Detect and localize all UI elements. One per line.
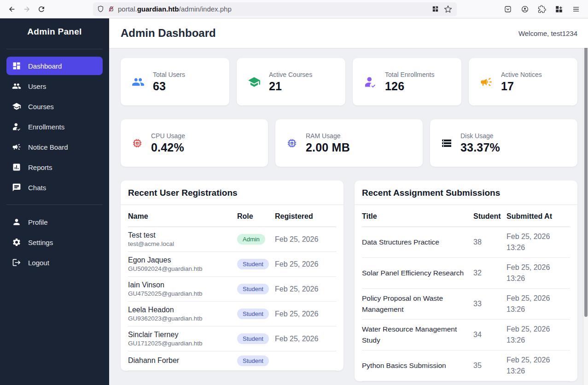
- sidebar-item-chats[interactable]: Chats: [6, 178, 103, 197]
- stat-card-total-users: Total Users 63: [121, 58, 229, 105]
- registrations-table: Name Role Registered Test testtest@acme.…: [121, 205, 343, 371]
- pocket-button[interactable]: [501, 2, 515, 16]
- student-id: 32: [473, 258, 506, 289]
- tracking-shield-icon[interactable]: [97, 5, 105, 13]
- users-icon: [132, 76, 145, 88]
- puzzle-icon: [538, 5, 546, 13]
- url-actions: [431, 5, 453, 13]
- stat-label: Disk Usage: [460, 132, 500, 140]
- registered-date: Feb 25, 2026: [275, 252, 336, 277]
- sidebar-item-label: Chats: [28, 184, 46, 192]
- dashboard-content: Total Users 63 Active Courses 21 Total E…: [109, 48, 588, 385]
- table-row: Egon JaquesGU5092024@guardian.htb Studen…: [128, 252, 336, 277]
- table-row: Policy Proposal on Waste Management 33 F…: [362, 289, 570, 320]
- page-scrollbar[interactable]: [583, 18, 588, 385]
- graduation-cap-icon: [248, 76, 261, 88]
- sidebar-nav: Dashboard Users Courses Enrollments Noti…: [0, 55, 109, 198]
- bookmark-star-icon[interactable]: [444, 5, 452, 13]
- sidebar-item-courses[interactable]: Courses: [6, 97, 103, 116]
- sidebar-item-profile[interactable]: Profile: [6, 213, 103, 231]
- stat-card-disk-usage: Disk Usage 33.37%: [430, 119, 577, 167]
- browser-toolbar: portal.guardian.htb/admin/index.php: [0, 0, 588, 18]
- extension-grid-button[interactable]: [552, 2, 566, 16]
- role-badge: Student: [237, 356, 269, 366]
- memory-chip-icon: [286, 138, 297, 149]
- sidebar-item-label: Notice Board: [28, 143, 68, 151]
- dashboard-icon: [12, 61, 21, 70]
- sidebar-divider: [6, 49, 103, 49]
- pocket-icon: [504, 5, 512, 13]
- recent-submissions-card: Recent Assignment Submissions Title Stud…: [355, 181, 577, 381]
- user-email: GU5092024@guardian.htb: [128, 265, 237, 272]
- extensions-button[interactable]: [535, 2, 549, 16]
- role-badge: Student: [237, 259, 269, 269]
- user-email: GU4752025@guardian.htb: [128, 290, 237, 297]
- scrollbar-thumb[interactable]: [584, 18, 588, 317]
- role-badge: Student: [237, 309, 269, 319]
- assignment-title: Water Resource Management Study: [362, 320, 473, 350]
- url-bar[interactable]: portal.guardian.htb/admin/index.php: [93, 2, 457, 16]
- student-id: 33: [473, 289, 506, 320]
- submitted-date: Feb 25, 2026: [506, 293, 570, 304]
- assignment-title: Data Structures Practice: [362, 227, 473, 258]
- megaphone-icon: [12, 142, 21, 152]
- table-row: Data Structures Practice 38 Feb 25, 2026…: [362, 227, 570, 258]
- storage-icon: [441, 138, 452, 149]
- sidebar-item-logout[interactable]: Logout: [6, 253, 103, 272]
- insecure-lock-icon[interactable]: [107, 5, 115, 13]
- sidebar-item-dashboard[interactable]: Dashboard: [6, 57, 103, 75]
- account-button[interactable]: [518, 2, 532, 16]
- registered-date: [275, 351, 336, 371]
- student-id: 35: [473, 350, 506, 381]
- column-header-student: Student: [473, 205, 506, 227]
- users-icon: [12, 82, 21, 91]
- page-layout-icon[interactable]: [431, 5, 439, 13]
- student-id: 38: [473, 227, 506, 258]
- sidebar-item-enrollments[interactable]: Enrollments: [6, 117, 103, 136]
- grid-plus-icon: [555, 5, 563, 13]
- url-path: /admin/index.php: [179, 5, 232, 13]
- stat-card-cpu-usage: CPU Usage 0.42%: [121, 119, 268, 167]
- submitted-date: Feb 25, 2026: [506, 355, 570, 366]
- stat-value: 17: [501, 80, 542, 93]
- stat-label: Total Enrollments: [385, 71, 434, 78]
- account-icon: [521, 5, 529, 13]
- stat-card-total-enrollments: Total Enrollments 126: [353, 58, 461, 105]
- recent-registrations-card: Recent User Registrations Name Role Regi…: [121, 181, 343, 371]
- user-name: Sinclair Tierney: [128, 331, 237, 339]
- app-title: Admin Panel: [0, 27, 109, 37]
- table-row: Solar Panel Efficiency Research 32 Feb 2…: [362, 258, 570, 289]
- table-header-row: Title Student Submitted At: [362, 205, 570, 227]
- sidebar-item-users[interactable]: Users: [6, 77, 103, 95]
- stat-value: 126: [385, 80, 434, 93]
- graduation-cap-icon: [12, 102, 21, 111]
- user-name: Iain Vinson: [128, 281, 237, 289]
- tables-row: Recent User Registrations Name Role Regi…: [121, 181, 577, 381]
- sidebar-item-settings[interactable]: Settings: [6, 233, 103, 251]
- sidebar-item-reports[interactable]: Reports: [6, 158, 103, 176]
- sidebar-item-label: Logout: [28, 259, 49, 267]
- stat-label: RAM Usage: [306, 132, 350, 140]
- url-subdomain: portal.: [118, 5, 137, 13]
- user-name: Diahann Forber: [128, 356, 237, 365]
- sidebar-item-notice-board[interactable]: Notice Board: [6, 138, 103, 156]
- stat-value: 21: [269, 80, 312, 93]
- assignment-title: Policy Proposal on Waste Management: [362, 289, 473, 320]
- submitted-date: Feb 25, 2026: [506, 324, 570, 335]
- menu-button[interactable]: [569, 2, 583, 16]
- back-button[interactable]: [5, 2, 19, 16]
- user-email: GU1712025@guardian.htb: [128, 340, 237, 347]
- stat-label: Active Courses: [269, 71, 312, 78]
- app-window: Admin Panel Dashboard Users Courses Enro…: [0, 18, 588, 385]
- welcome-text: Welcome, test1234: [518, 29, 577, 37]
- stat-value: 63: [153, 80, 185, 93]
- page-title: Admin Dashboard: [121, 27, 216, 40]
- stat-value: 0.42%: [151, 141, 185, 154]
- main-area: Admin Dashboard Welcome, test1234 Total …: [109, 18, 588, 385]
- column-header-registered: Registered: [275, 205, 336, 227]
- forward-button[interactable]: [19, 2, 34, 16]
- system-stats-row: CPU Usage 0.42% RAM Usage 2.00 MB Disk U…: [121, 119, 577, 167]
- stat-card-active-notices: Active Notices 17: [469, 58, 577, 105]
- person-check-icon: [364, 76, 377, 88]
- reload-button[interactable]: [34, 2, 49, 16]
